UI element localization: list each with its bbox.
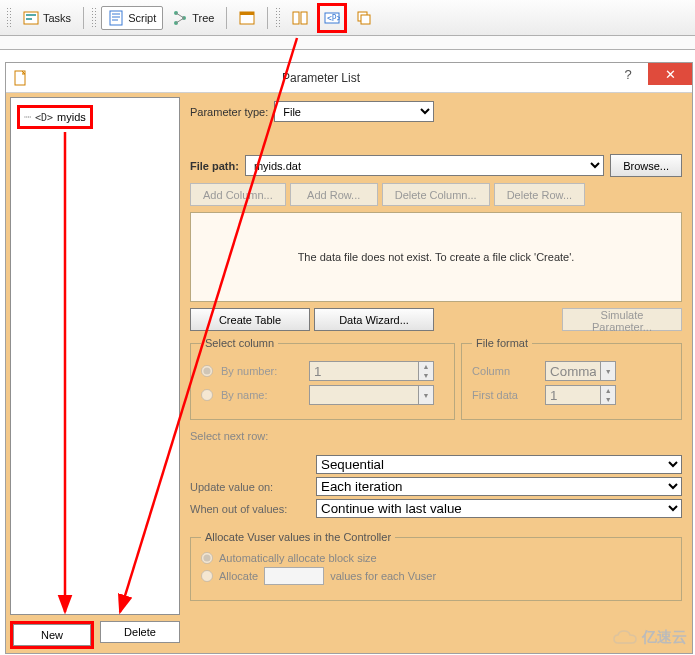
- toolbar-grip: [91, 7, 97, 29]
- allocate-legend: Allocate Vuser values in the Controller: [201, 531, 395, 543]
- file-path-label: File path:: [190, 160, 239, 172]
- view-button-2[interactable]: [285, 6, 315, 30]
- parameter-item-highlight: ┈ <D> myids: [17, 105, 93, 129]
- tree-connector: ┈: [24, 110, 31, 124]
- svg-rect-3: [110, 11, 122, 25]
- param-type-label: Parameter type:: [190, 106, 268, 118]
- up-arrow-icon: ▲: [419, 362, 433, 371]
- svg-rect-13: [240, 12, 254, 15]
- update-on-label: Update value on:: [190, 481, 310, 493]
- svg-line-11: [176, 18, 184, 23]
- tree-icon: [172, 10, 188, 26]
- data-msg: The data file does not exist. To create …: [298, 251, 575, 263]
- dialog-icon: [12, 70, 28, 86]
- by-number-input: [309, 361, 419, 381]
- by-number-label: By number:: [221, 365, 301, 377]
- param-icon: <P>: [324, 10, 340, 26]
- auto-allocate-label: Automatically allocate block size: [219, 552, 377, 564]
- by-name-label: By name:: [221, 389, 301, 401]
- sub-bar: [0, 36, 695, 50]
- tasks-label: Tasks: [43, 12, 71, 24]
- split-icon: [292, 10, 308, 26]
- column-delimiter-select: ▼: [545, 361, 616, 381]
- copy-icon: [356, 10, 372, 26]
- svg-line-10: [176, 13, 184, 18]
- right-panel: Parameter type: File File path: myids.da…: [184, 97, 688, 649]
- new-button-highlight: New: [10, 621, 94, 649]
- simulate-button: Simulate Parameter...: [562, 308, 682, 331]
- script-button[interactable]: Script: [101, 6, 163, 30]
- parameter-list-button[interactable]: <P>: [321, 6, 343, 30]
- dropdown-icon: ▼: [601, 362, 615, 380]
- column-delimiter-input: [545, 361, 601, 381]
- select-column-legend: Select column: [201, 337, 278, 349]
- window-icon: [239, 10, 255, 26]
- first-data-spinner: ▲▼: [545, 385, 616, 405]
- select-column-fieldset: Select column By number: ▲▼ By name:: [190, 337, 455, 420]
- next-row-select[interactable]: Sequential: [316, 455, 682, 474]
- create-table-button[interactable]: Create Table: [190, 308, 310, 331]
- svg-text:<P>: <P>: [327, 14, 340, 23]
- parameter-list-toolbar-highlight: <P>: [317, 3, 347, 33]
- out-of-values-label: When out of values:: [190, 503, 310, 515]
- by-number-radio: [201, 365, 213, 377]
- auto-allocate-radio: [201, 552, 213, 564]
- file-format-legend: File format: [472, 337, 532, 349]
- delete-row-button: Delete Row...: [494, 183, 585, 206]
- titlebar: Parameter List ? ✕: [6, 63, 692, 93]
- by-name-input: [309, 385, 419, 405]
- first-data-input: [545, 385, 601, 405]
- dropdown-icon: ▼: [419, 386, 433, 404]
- add-row-button: Add Row...: [290, 183, 378, 206]
- tasks-icon: [23, 10, 39, 26]
- param-type-select[interactable]: File: [274, 101, 434, 122]
- view-button-1[interactable]: [232, 6, 262, 30]
- select-next-row-label: Select next row:: [190, 430, 682, 442]
- svg-rect-1: [26, 14, 36, 16]
- by-name-radio: [201, 389, 213, 401]
- close-button[interactable]: ✕: [648, 63, 692, 85]
- watermark: 亿速云: [612, 628, 687, 647]
- tree-label: Tree: [192, 12, 214, 24]
- by-name-select: ▼: [309, 385, 434, 405]
- file-path-select[interactable]: myids.dat: [245, 155, 604, 176]
- update-on-select[interactable]: Each iteration: [316, 477, 682, 496]
- down-arrow-icon: ▼: [419, 371, 433, 380]
- toolbar-grip: [6, 7, 12, 29]
- column-label: Column: [472, 365, 537, 377]
- parameter-tree[interactable]: ┈ <D> myids: [10, 97, 180, 615]
- help-button[interactable]: ?: [608, 63, 648, 85]
- left-panel: ┈ <D> myids New Delete: [10, 97, 180, 649]
- svg-rect-14: [293, 12, 299, 24]
- up-arrow-icon: ▲: [601, 386, 615, 395]
- first-data-label: First data: [472, 389, 537, 401]
- add-column-button: Add Column...: [190, 183, 286, 206]
- separator: [226, 7, 227, 29]
- by-number-spinner: ▲▼: [309, 361, 434, 381]
- out-of-values-select[interactable]: Continue with last value: [316, 499, 682, 518]
- file-format-fieldset: File format Column ▼ First data ▲▼: [461, 337, 682, 420]
- dialog-title: Parameter List: [34, 71, 608, 85]
- script-label: Script: [128, 12, 156, 24]
- view-button-3[interactable]: [349, 6, 379, 30]
- browse-button[interactable]: Browse...: [610, 154, 682, 177]
- svg-rect-2: [26, 18, 32, 20]
- manual-allocate-radio: [201, 570, 213, 582]
- main-toolbar: Tasks Script Tree <P>: [0, 0, 695, 36]
- allocate-suffix: values for each Vuser: [330, 570, 436, 582]
- manual-allocate-label: Allocate: [219, 570, 258, 582]
- delete-button[interactable]: Delete: [100, 621, 180, 643]
- separator: [83, 7, 84, 29]
- parameter-list-dialog: Parameter List ? ✕ ┈ <D> myids New: [5, 62, 693, 654]
- tree-button[interactable]: Tree: [165, 6, 221, 30]
- down-arrow-icon: ▼: [601, 395, 615, 404]
- param-tag-icon: <D>: [35, 112, 53, 123]
- tasks-button[interactable]: Tasks: [16, 6, 78, 30]
- toolbar-grip: [275, 7, 281, 29]
- separator: [267, 7, 268, 29]
- new-button[interactable]: New: [13, 624, 91, 646]
- allocate-fieldset: Allocate Vuser values in the Controller …: [190, 531, 682, 601]
- parameter-name[interactable]: myids: [57, 111, 86, 123]
- data-table-area: The data file does not exist. To create …: [190, 212, 682, 302]
- data-wizard-button[interactable]: Data Wizard...: [314, 308, 434, 331]
